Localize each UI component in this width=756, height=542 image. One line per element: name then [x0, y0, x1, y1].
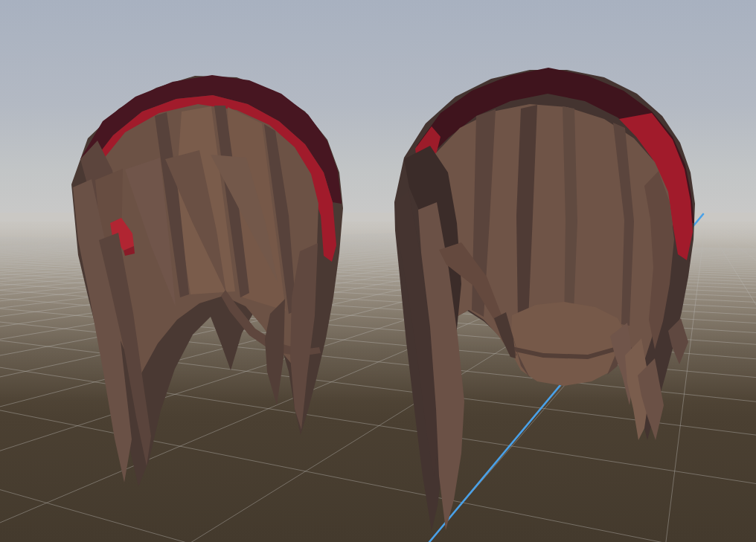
viewport-3d[interactable]: [0, 0, 756, 542]
viewport-svg: [0, 0, 756, 542]
